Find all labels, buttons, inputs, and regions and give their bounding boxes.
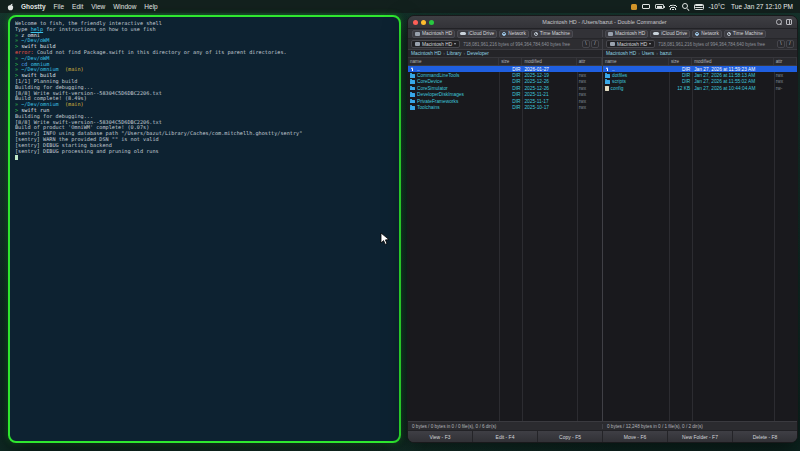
menu-items: FileEditViewWindowHelp — [54, 3, 166, 10]
root-button[interactable]: / — [591, 40, 599, 48]
zoom-button[interactable] — [429, 20, 434, 25]
toolbar-button-time-machine[interactable]: Time Machine — [724, 30, 766, 38]
right-drive-selector[interactable]: Macintosh HD — [606, 40, 655, 48]
file-manager-window[interactable]: Macintosh HD - /Users/bazut - Double Com… — [407, 15, 798, 443]
toolbar-button-macintosh-hd[interactable]: Macintosh HD — [412, 30, 455, 38]
toolbar-button-icloud-drive[interactable]: iCloud Drive — [457, 30, 497, 38]
file-row[interactable]: ..DIRJan 27, 2026 at 11:59:23 AM — [603, 66, 797, 72]
display-icon[interactable] — [642, 4, 650, 9]
status-bar: 0 bytes / 0 bytes in 0 / 0 file(s), 0 / … — [408, 421, 797, 430]
left-drive-selector[interactable]: Macintosh HD — [411, 40, 460, 48]
breadcrumb-separator: › — [443, 51, 445, 56]
menu-bar-clock[interactable]: Tue Jan 27 12:10 PM — [731, 3, 793, 10]
breadcrumb-segment[interactable]: Macintosh HD — [411, 51, 441, 56]
column-header-attr[interactable]: attr — [577, 58, 602, 65]
toolbar-button-macintosh-hd[interactable]: Macintosh HD — [605, 30, 648, 38]
function-key-bar: View - F3Edit - F4Copy - F5Move - F6New … — [408, 430, 797, 442]
column-divider — [577, 66, 578, 421]
menubar-app-icon[interactable] — [631, 4, 637, 10]
right-file-list[interactable]: ..DIRJan 27, 2026 at 11:59:23 AMdotfiles… — [603, 66, 797, 421]
search-icon[interactable] — [682, 3, 689, 10]
right-breadcrumb: Macintosh HD›Users›bazut — [603, 50, 797, 58]
breadcrumb-segment[interactable]: Developer — [467, 51, 489, 56]
file-manager-titlebar[interactable]: Macintosh HD - /Users/bazut - Double Com… — [408, 16, 797, 29]
column-header-modified[interactable]: modified — [522, 58, 576, 65]
breadcrumb-separator: › — [656, 51, 658, 56]
toolbar-button-network[interactable]: Network — [692, 30, 722, 38]
column-header-name[interactable]: name — [408, 58, 499, 65]
file-row[interactable]: ToolchainsDIR2025-10-17rwx — [408, 104, 602, 110]
root-button[interactable]: / — [786, 40, 794, 48]
root-button[interactable]: \ — [582, 40, 590, 48]
file-row[interactable]: PrivateFrameworksDIR2025-11-17rwx — [408, 98, 602, 104]
titlebar-search-icon[interactable] — [776, 19, 782, 25]
network-icon — [695, 32, 699, 36]
fkey-move-f6[interactable]: Move - F6 — [603, 431, 668, 442]
fkey-edit-f4[interactable]: Edit - F4 — [473, 431, 538, 442]
fkey-delete-f8[interactable]: Delete - F8 — [733, 431, 797, 442]
minimize-button[interactable] — [421, 20, 426, 25]
menu-help[interactable]: Help — [144, 3, 157, 10]
fkey-new-folder-f7[interactable]: New Folder - F7 — [668, 431, 733, 442]
toolbar-button-time-machine[interactable]: Time Machine — [531, 30, 573, 38]
column-header-name[interactable]: name — [603, 58, 669, 65]
terminal-window[interactable]: Welcome to fish, the friendly interactiv… — [8, 15, 401, 443]
file-panes: Macintosh HD 718,081,961,216 bytes of 99… — [408, 39, 797, 421]
breadcrumb-segment[interactable]: bazut — [660, 51, 672, 56]
root-button[interactable]: \ — [777, 40, 785, 48]
folder-icon — [410, 87, 415, 91]
control-center-icon[interactable] — [694, 4, 702, 10]
apple-menu-icon[interactable] — [7, 3, 14, 11]
close-button[interactable] — [413, 20, 418, 25]
column-header-size[interactable]: size — [499, 58, 522, 65]
column-header-modified[interactable]: modified — [692, 58, 773, 65]
cloud-icon — [460, 32, 466, 36]
breadcrumb-segment[interactable]: Library — [447, 51, 462, 56]
toolbar-button-icloud-drive[interactable]: iCloud Drive — [650, 30, 690, 38]
wifi-icon[interactable] — [669, 4, 677, 10]
breadcrumb-segment[interactable]: Users — [642, 51, 655, 56]
left-free-space: 718,081,961,216 bytes of 994,364,784,640… — [463, 42, 579, 47]
file-row[interactable]: config12 KBJan 27, 2026 at 10:44:04 AMrw… — [603, 85, 797, 91]
drive-toolbar: Macintosh HDiCloud DriveNetworkTime Mach… — [408, 29, 797, 39]
up-icon — [605, 67, 610, 72]
column-header-size[interactable]: size — [669, 58, 692, 65]
file-row[interactable]: DeveloperDiskImagesDIR2025-11-21rwx — [408, 92, 602, 98]
battery-icon[interactable] — [655, 4, 664, 9]
left-root-buttons: \/ — [582, 40, 599, 48]
menu-file[interactable]: File — [54, 3, 64, 10]
app-menu-ghostty[interactable]: Ghostty — [21, 3, 46, 10]
breadcrumb-segment[interactable]: Macintosh HD — [606, 51, 636, 56]
fkey-view-f3[interactable]: View - F3 — [408, 431, 473, 442]
file-row[interactable]: scriptsDIRJan 27, 2026 at 11:55:02 AMrwx — [603, 79, 797, 85]
toolbar-left: Macintosh HDiCloud DriveNetworkTime Mach… — [410, 30, 602, 37]
file-row[interactable]: CoreDeviceDIR2025-12-26rwx — [408, 79, 602, 85]
column-divider — [499, 66, 500, 421]
column-header-attr[interactable]: attr — [774, 58, 797, 65]
fkey-copy-f5[interactable]: Copy - F5 — [538, 431, 603, 442]
toolbar-button-network[interactable]: Network — [499, 30, 529, 38]
folder-icon — [410, 74, 415, 78]
network-icon — [502, 32, 506, 36]
titlebar-icons — [776, 19, 792, 25]
drive-icon — [415, 42, 420, 46]
drive-icon — [415, 32, 420, 36]
menu-bar-status-area: -10°C Tue Jan 27 12:10 PM — [631, 3, 793, 10]
window-title: Macintosh HD - /Users/bazut - Double Com… — [437, 19, 772, 25]
right-pane: Macintosh HD 718,081,961,216 bytes of 99… — [602, 39, 797, 421]
menu-window[interactable]: Window — [113, 3, 136, 10]
mouse-cursor — [380, 232, 390, 246]
temperature-readout[interactable]: -10°C — [708, 3, 725, 10]
menu-view[interactable]: View — [91, 3, 105, 10]
file-row[interactable]: CoreSimulatorDIR2025-12-26rwx — [408, 85, 602, 91]
file-row[interactable]: dotfilesDIRJan 27, 2026 at 11:58:13 AMrw… — [603, 72, 797, 78]
file-row[interactable]: ..DIR2026-01-27 — [408, 66, 602, 72]
column-divider — [669, 66, 670, 421]
menu-edit[interactable]: Edit — [72, 3, 83, 10]
titlebar-columns-icon[interactable] — [786, 19, 792, 25]
file-row[interactable]: CommandLineToolsDIR2025-12-19rwx — [408, 72, 602, 78]
right-free-space: 718,081,961,216 bytes of 994,364,784,640… — [658, 42, 774, 47]
left-file-list[interactable]: ..DIR2026-01-27CommandLineToolsDIR2025-1… — [408, 66, 602, 421]
right-root-buttons: \/ — [777, 40, 794, 48]
breadcrumb-separator: › — [638, 51, 640, 56]
